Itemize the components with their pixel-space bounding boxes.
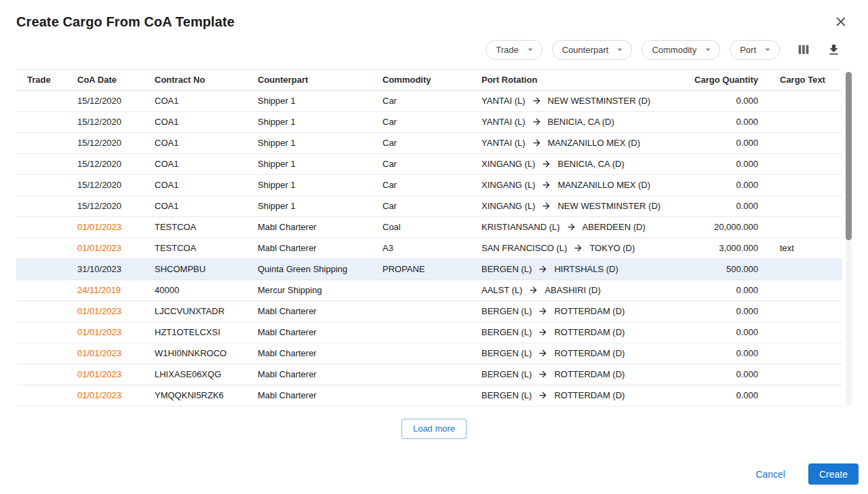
table-row[interactable]: 15/12/2020COA1Shipper 1CarYANTAI (L)NEW …	[16, 90, 842, 111]
cell-counterpart: Mabl Charterer	[247, 301, 372, 322]
cell-contract-no: SHCOMPBU	[144, 259, 247, 280]
load-more-button[interactable]: Load more	[401, 419, 467, 439]
cell-coa-date: 01/01/2023	[66, 322, 144, 343]
cell-cargo-quantity: 0.000	[660, 364, 769, 385]
cell-counterpart: Shipper 1	[247, 153, 372, 174]
cell-commodity	[372, 280, 471, 301]
cell-cargo-text	[769, 90, 842, 111]
cell-trade	[16, 280, 66, 301]
chevron-down-icon	[614, 43, 626, 56]
port-load: XINGANG (L)	[481, 159, 535, 170]
cell-commodity: Car	[372, 174, 471, 195]
close-button[interactable]	[830, 11, 852, 33]
cell-commodity	[372, 343, 471, 364]
dialog-header: Create Cargo From CoA Template	[0, 0, 868, 38]
arrow-right-icon	[541, 180, 551, 190]
cell-commodity: Car	[372, 132, 471, 153]
cell-contract-no: COA1	[144, 195, 247, 216]
cell-cargo-quantity: 0.000	[660, 322, 769, 343]
cell-contract-no: W1HI0NNKROCO	[144, 343, 247, 364]
cell-cargo-quantity: 500.000	[660, 259, 769, 280]
cell-trade	[16, 174, 66, 195]
arrow-right-icon	[538, 327, 548, 337]
port-discharge: ABERDEEN (D)	[583, 223, 646, 233]
cell-coa-date: 15/12/2020	[66, 111, 144, 132]
scrollbar-thumb[interactable]	[846, 72, 852, 240]
cell-trade	[16, 195, 66, 216]
columns-button[interactable]	[793, 39, 814, 60]
cell-contract-no: HZT1OTELCXSI	[144, 322, 247, 343]
port-discharge: HIRTSHALS (D)	[554, 265, 618, 275]
cell-cargo-text	[769, 153, 842, 174]
dialog-title: Create Cargo From CoA Template	[16, 14, 235, 30]
filter-commodity[interactable]: Commodity	[642, 40, 720, 60]
table-row[interactable]: 01/01/2023TESTCOAMabl ChartererCoalKRIST…	[16, 216, 842, 238]
cell-coa-date: 01/01/2023	[66, 385, 144, 406]
cell-coa-date: 15/12/2020	[66, 153, 144, 174]
cell-coa-date: 15/12/2020	[66, 90, 144, 111]
table-row[interactable]: 15/12/2020COA1Shipper 1CarXINGANG (L)NEW…	[16, 195, 842, 216]
cell-commodity: Car	[372, 153, 471, 174]
header-trade: Trade	[16, 70, 66, 90]
port-discharge: ROTTERDAM (D)	[554, 328, 625, 338]
cell-cargo-text	[769, 385, 842, 406]
cell-cargo-quantity: 0.000	[660, 280, 769, 301]
cell-trade	[16, 153, 66, 174]
header-cargo-text: Cargo Text	[769, 70, 842, 90]
cell-counterpart: Shipper 1	[247, 90, 372, 111]
table-row[interactable]: 15/12/2020COA1Shipper 1CarYANTAI (L)MANZ…	[16, 132, 842, 153]
table-row[interactable]: 01/01/2023LHIXASE06XQGMabl ChartererBERG…	[16, 364, 842, 385]
filter-port[interactable]: Port	[730, 40, 780, 60]
filter-trade[interactable]: Trade	[486, 40, 542, 60]
table-row[interactable]: 31/10/2023SHCOMPBUQuinta Green ShippingP…	[16, 259, 842, 280]
cell-counterpart: Quinta Green Shipping	[247, 259, 372, 280]
header-commodity: Commodity	[372, 70, 471, 90]
cell-trade	[16, 364, 66, 385]
cell-port-rotation: YANTAI (L)NEW WESTMINSTER (D)	[471, 90, 660, 111]
cell-contract-no: LJCCVUNXTADR	[144, 301, 247, 322]
table-row[interactable]: 15/12/2020COA1Shipper 1CarXINGANG (L)BEN…	[16, 153, 842, 174]
create-button[interactable]: Create	[808, 463, 859, 484]
cell-contract-no: COA1	[144, 153, 247, 174]
arrow-right-icon	[538, 390, 548, 400]
cell-cargo-text	[769, 216, 842, 238]
cell-contract-no: TESTCOA	[144, 238, 247, 259]
port-load: AALST (L)	[481, 286, 522, 296]
load-more-row: Load more	[0, 406, 868, 439]
download-icon	[827, 43, 841, 57]
filter-counterpart[interactable]: Counterpart	[552, 40, 633, 60]
port-discharge: ROTTERDAM (D)	[554, 391, 625, 401]
download-button[interactable]	[823, 39, 844, 60]
table-row[interactable]: 01/01/2023HZT1OTELCXSIMabl ChartererBERG…	[16, 322, 842, 343]
cell-contract-no: COA1	[144, 90, 247, 111]
cell-contract-no: 40000	[144, 280, 247, 301]
arrow-right-icon	[532, 138, 542, 148]
cell-cargo-quantity: 0.000	[660, 111, 769, 132]
cell-trade	[16, 90, 66, 111]
table-row[interactable]: 01/01/2023W1HI0NNKROCOMabl ChartererBERG…	[16, 343, 842, 364]
arrow-right-icon	[538, 306, 548, 316]
table-row[interactable]: 01/01/2023LJCCVUNXTADRMabl ChartererBERG…	[16, 301, 842, 322]
port-discharge: NEW WESTMINSTER (D)	[557, 202, 660, 212]
table-row[interactable]: 15/12/2020COA1Shipper 1CarYANTAI (L)BENI…	[16, 111, 842, 132]
port-discharge: ROTTERDAM (D)	[554, 307, 625, 317]
cell-cargo-text	[769, 280, 842, 301]
cell-trade	[16, 301, 66, 322]
cell-contract-no: YMQQKNI5RZK6	[144, 385, 247, 406]
filter-counterpart-label: Counterpart	[562, 45, 609, 55]
port-load: KRISTIANSAND (L)	[481, 223, 560, 233]
coa-table-body: 15/12/2020COA1Shipper 1CarYANTAI (L)NEW …	[16, 90, 842, 406]
columns-icon	[796, 42, 811, 57]
table-row[interactable]: 01/01/2023TESTCOAMabl ChartererA3SAN FRA…	[16, 238, 842, 259]
cell-trade	[16, 343, 66, 364]
port-discharge: ABASHIRI (D)	[545, 286, 600, 296]
table-row[interactable]: 01/01/2023YMQQKNI5RZK6Mabl ChartererBERG…	[16, 385, 842, 406]
cell-cargo-quantity: 0.000	[660, 301, 769, 322]
cell-port-rotation: XINGANG (L)BENICIA, CA (D)	[471, 153, 660, 174]
table-row[interactable]: 24/11/201940000Mercur ShippingAALST (L)A…	[16, 280, 842, 301]
chevron-down-icon	[524, 43, 536, 56]
cancel-button[interactable]: Cancel	[750, 465, 791, 484]
scrollbar-track[interactable]	[846, 72, 852, 406]
table-row[interactable]: 15/12/2020COA1Shipper 1CarXINGANG (L)MAN…	[16, 174, 842, 195]
cell-port-rotation: BERGEN (L)ROTTERDAM (D)	[471, 364, 660, 385]
